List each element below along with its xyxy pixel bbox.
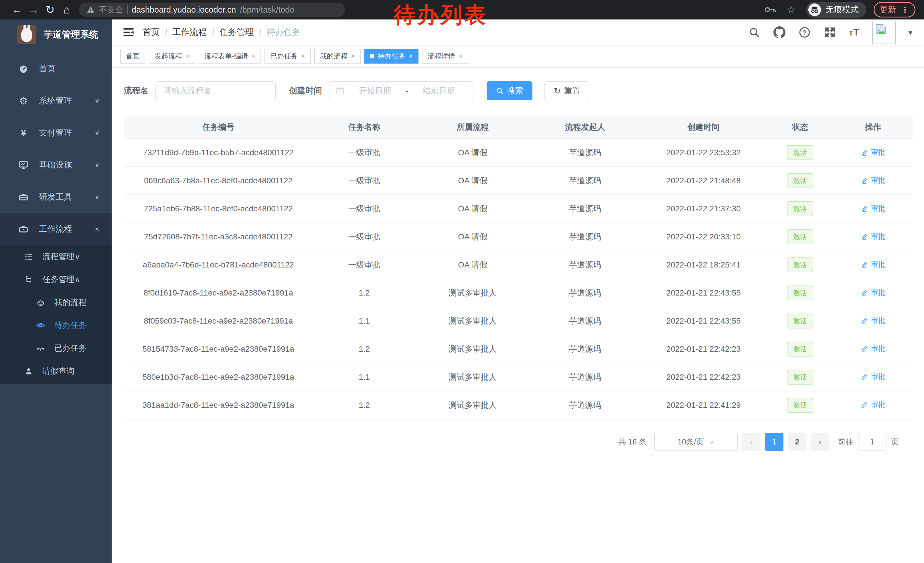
tag-close-icon[interactable]: × bbox=[351, 52, 355, 60]
tag-label: 首页 bbox=[126, 51, 140, 61]
prev-page-button[interactable]: ‹ bbox=[742, 433, 760, 451]
sidebar-item-todo-tasks[interactable]: 待办任务 bbox=[0, 314, 112, 337]
breadcrumb-workflow[interactable]: 工作流程 bbox=[172, 26, 207, 38]
view-tag[interactable]: 待办任务 × bbox=[364, 49, 418, 63]
col-status: 状态 bbox=[766, 116, 834, 139]
create-time-label: 创建时间 bbox=[289, 85, 322, 96]
page-size-select[interactable]: 10条/页 ∨ bbox=[654, 433, 738, 451]
breadcrumb-home[interactable]: 首页 bbox=[142, 26, 160, 38]
approve-link[interactable]: 审批 bbox=[861, 175, 885, 185]
password-key-icon[interactable] bbox=[765, 6, 776, 13]
person-icon bbox=[24, 366, 34, 376]
cell-create-time: 2022-01-22 18:25:41 bbox=[640, 251, 766, 279]
chevron-down-icon: ∨ bbox=[94, 98, 100, 104]
sidebar-item-task-mgmt[interactable]: 任务管理 ∧ bbox=[0, 268, 112, 291]
view-tag[interactable]: 首页 × bbox=[120, 49, 146, 63]
font-size-icon[interactable]: TT bbox=[849, 27, 859, 38]
search-icon[interactable] bbox=[748, 26, 760, 39]
approve-link[interactable]: 审批 bbox=[861, 260, 885, 269]
view-tag[interactable]: 已办任务 × bbox=[264, 49, 311, 63]
tag-close-icon[interactable]: × bbox=[186, 52, 189, 60]
view-tag[interactable]: 流程详情 × bbox=[422, 49, 468, 63]
browser-update-button[interactable]: 更新 ⋮ bbox=[874, 2, 915, 18]
cell-starter: 芋道源码 bbox=[530, 251, 640, 279]
tag-label: 已办任务 bbox=[270, 51, 298, 61]
edit-pencil-icon bbox=[861, 205, 868, 212]
approve-link[interactable]: 审批 bbox=[861, 372, 885, 382]
table-row: 381aa1dd-7ac8-11ec-a9e2-a2380e71991a 1.2… bbox=[124, 391, 912, 419]
next-arrow-icon: › bbox=[819, 437, 822, 447]
github-icon[interactable] bbox=[773, 26, 786, 39]
sidebar-item-infra[interactable]: 基础设施 ∨ bbox=[0, 149, 112, 181]
next-page-button[interactable]: › bbox=[811, 433, 829, 451]
browser-back-icon[interactable]: ← bbox=[9, 4, 25, 16]
status-badge: 激活 bbox=[787, 285, 813, 300]
tag-close-icon[interactable]: × bbox=[251, 52, 255, 60]
status-badge: 激活 bbox=[787, 145, 813, 160]
sidebar-item-done-tasks[interactable]: 已办任务 bbox=[0, 337, 112, 360]
browser-home-icon[interactable]: ⌂ bbox=[58, 4, 75, 16]
incognito-badge[interactable]: 无痕模式 bbox=[806, 2, 866, 18]
sidebar-item-home[interactable]: 首页 bbox=[0, 53, 112, 85]
browser-reload-icon[interactable]: ↻ bbox=[42, 3, 58, 16]
approve-link[interactable]: 审批 bbox=[861, 400, 885, 410]
app-logo-row[interactable]: 芋道管理系统 bbox=[0, 20, 112, 50]
approve-link-label: 审批 bbox=[870, 231, 885, 242]
fullscreen-icon[interactable] bbox=[824, 26, 836, 39]
sidebar-item-label: 研发工具 bbox=[39, 191, 94, 203]
gear-icon: ⚙ bbox=[18, 95, 29, 107]
goto-page-value: 1 bbox=[870, 438, 874, 446]
approve-link[interactable]: 审批 bbox=[861, 315, 885, 326]
sidebar-item-leave-query[interactable]: 请假查询 bbox=[0, 360, 112, 383]
status-badge: 激活 bbox=[787, 398, 813, 413]
reset-button[interactable]: ↻ 重置 bbox=[544, 81, 590, 100]
view-tag[interactable]: 流程表单-编辑 × bbox=[199, 49, 261, 63]
user-avatar[interactable] bbox=[872, 21, 896, 44]
select-caret-icon: ∨ bbox=[710, 439, 714, 445]
status-badge: 激活 bbox=[787, 370, 813, 384]
bookmark-star-icon[interactable]: ☆ bbox=[787, 4, 796, 16]
list-icon bbox=[24, 251, 34, 262]
range-separator: - bbox=[406, 86, 408, 95]
help-icon[interactable]: ? bbox=[798, 26, 811, 39]
page-button-2[interactable]: 2 bbox=[788, 433, 806, 451]
page-button-1[interactable]: 1 bbox=[765, 433, 783, 451]
tag-close-icon[interactable]: × bbox=[301, 52, 305, 60]
tag-label: 流程表单-编辑 bbox=[204, 51, 248, 61]
approve-link[interactable]: 审批 bbox=[861, 288, 885, 297]
date-range-picker[interactable]: 开始日期 - 结束日期 bbox=[329, 81, 474, 100]
sidebar-item-my-process[interactable]: 我的流程 bbox=[0, 291, 112, 314]
breadcrumb-task-mgmt[interactable]: 任务管理 bbox=[219, 26, 254, 38]
cell-task-id: 381aa1dd-7ac8-11ec-a9e2-a2380e71991a bbox=[124, 391, 313, 419]
view-tag[interactable]: 我的流程 × bbox=[314, 49, 361, 63]
search-button[interactable]: 搜索 bbox=[487, 81, 532, 100]
sidebar-fold-icon[interactable] bbox=[123, 26, 135, 38]
cell-task-id: 73211d9d-7b9b-11ec-b5b7-acde48001122 bbox=[124, 139, 313, 167]
tag-close-icon[interactable]: × bbox=[459, 52, 463, 60]
avatar-caret-icon[interactable]: ▾ bbox=[908, 27, 912, 37]
approve-link[interactable]: 审批 bbox=[861, 344, 885, 354]
tag-close-icon[interactable]: × bbox=[409, 52, 413, 60]
tag-label: 我的流程 bbox=[320, 51, 348, 61]
view-tag[interactable]: 发起流程 × bbox=[149, 49, 195, 63]
approve-link[interactable]: 审批 bbox=[861, 203, 885, 213]
approve-link[interactable]: 审批 bbox=[861, 231, 885, 242]
approve-link[interactable]: 审批 bbox=[861, 147, 885, 157]
workflow-submenu: 流程管理 ∨ 任务管理 ∧ 我的流程 bbox=[0, 245, 112, 384]
sidebar-item-devtools[interactable]: 研发工具 ∨ bbox=[0, 181, 112, 213]
sidebar-item-system[interactable]: ⚙ 系统管理 ∨ bbox=[0, 85, 112, 117]
sidebar-item-process-mgmt[interactable]: 流程管理 ∨ bbox=[0, 245, 112, 268]
cell-task-name: 1.1 bbox=[313, 307, 416, 335]
browser-forward-icon[interactable]: → bbox=[25, 4, 42, 16]
security-label[interactable]: 不安全 bbox=[99, 4, 123, 15]
sidebar-item-workflow[interactable]: 工作流程 ∧ bbox=[0, 213, 112, 245]
process-name-input[interactable]: 请输入流程名 bbox=[155, 81, 276, 100]
edit-pencil-icon bbox=[861, 373, 868, 381]
edit-pencil-icon bbox=[861, 177, 868, 184]
address-bar[interactable]: 不安全 dashboard.yudao.iocoder.cn/bpm/task/… bbox=[79, 3, 345, 17]
sidebar-item-payment[interactable]: ¥ 支付管理 ∨ bbox=[0, 117, 112, 149]
process-name-label: 流程名 bbox=[124, 85, 148, 96]
goto-page-input[interactable]: 1 bbox=[858, 433, 886, 451]
cell-task-name: 一级审批 bbox=[313, 251, 416, 279]
browser-menu-icon[interactable]: ⋮ bbox=[901, 5, 909, 15]
